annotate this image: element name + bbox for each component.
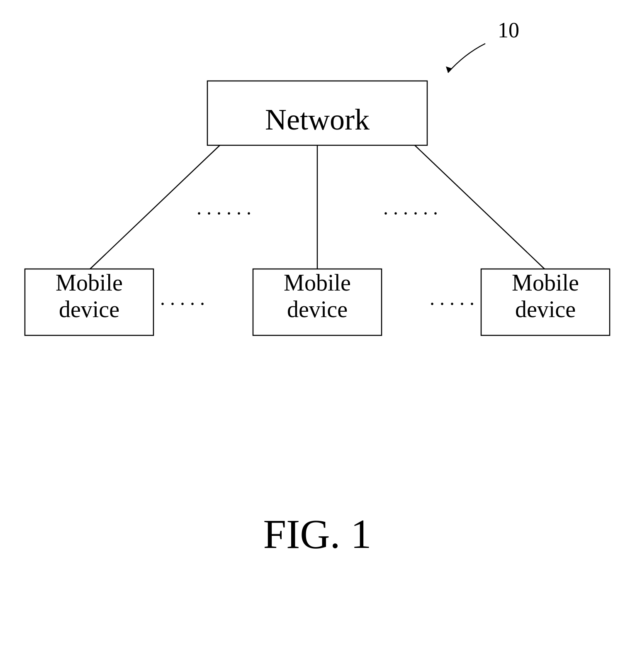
- reference-number: 10: [498, 18, 519, 42]
- mobile-device-label-right-1: Mobile: [512, 270, 579, 296]
- dots-lower-right: · · · · ·: [430, 293, 474, 315]
- dots-lower-left: · · · · ·: [160, 293, 205, 315]
- mobile-device-label-left-1: Mobile: [56, 270, 123, 296]
- dots-upper-left: · · · · · ·: [197, 202, 251, 224]
- dots-upper-right: · · · · · ·: [383, 202, 438, 224]
- mobile-device-label-center-1: Mobile: [284, 270, 351, 296]
- mobile-device-label-left-2: device: [59, 296, 119, 322]
- mobile-device-label-right-2: device: [515, 296, 576, 322]
- mobile-device-label-center-2: device: [287, 296, 348, 322]
- figure-caption: FIG. 1: [263, 511, 371, 557]
- network-label: Network: [265, 103, 370, 136]
- diagram-container: 10 Network · · · · · · · · · · · · Mobil…: [0, 0, 635, 672]
